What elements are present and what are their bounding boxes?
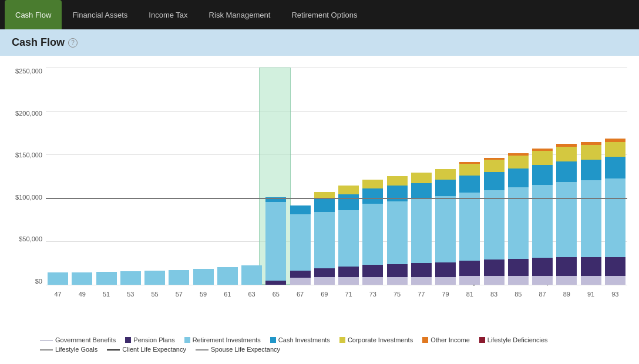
bar-segment-pension: [581, 257, 601, 277]
bar-group: [554, 144, 579, 285]
bar-segment-gov: [484, 276, 505, 285]
bar-segment-retInv: [72, 272, 92, 285]
bar-segment-cashInv: [459, 176, 480, 193]
y-label: $50,000: [19, 235, 42, 242]
x-label: 77: [409, 291, 433, 298]
x-label: 57: [167, 291, 191, 298]
legend-label: Government Benefits: [55, 336, 116, 343]
legend-swatch: [125, 337, 131, 343]
bar-group: [312, 192, 337, 285]
bar-segment-retInv: [605, 178, 625, 257]
bar-segment-pension: [387, 264, 408, 277]
bar-segment-retInv: [314, 212, 335, 268]
legend-swatch: [479, 337, 485, 343]
legend-swatch: [40, 340, 53, 341]
bar-segment-corpInv: [532, 151, 553, 165]
x-label: 53: [119, 291, 143, 298]
bar-segment-pension: [435, 262, 456, 277]
bar-segment-cashInv: [290, 205, 311, 214]
bar-group: [119, 271, 143, 285]
x-label: 49: [70, 291, 94, 298]
reference-line: [46, 198, 627, 199]
chart-container: $250,000$200,000$150,000$100,000$50,000$…: [0, 56, 639, 332]
x-label: 47: [46, 291, 70, 298]
bar-segment-corpInv: [411, 173, 432, 183]
bar-segment-retInv: [484, 190, 505, 259]
bar-segment-corpInv: [484, 160, 505, 172]
legend-swatch: [40, 349, 53, 350]
nav-tab-risk-management[interactable]: Risk Management: [199, 0, 281, 29]
bar-segment-retInv: [241, 265, 262, 285]
bar-segment-pension: [362, 265, 383, 277]
x-label: 83: [482, 291, 506, 298]
x-label: 59: [191, 291, 216, 298]
bar-segment-retInv: [411, 199, 432, 264]
legend-item: Spouse Life Expectancy: [196, 346, 280, 353]
bar-segment-retInv: [217, 267, 238, 285]
bar-group: [385, 176, 409, 285]
x-label: 85: [506, 291, 530, 298]
bar-group: [409, 173, 433, 285]
bar-segment-cashInv: [605, 157, 625, 178]
legend-swatch: [270, 337, 276, 343]
bar-segment-corpInv: [556, 147, 577, 161]
bar-segment-corpInv: [459, 164, 480, 175]
bar-segment-gov: [581, 276, 601, 285]
bar-segment-cashInv: [508, 168, 529, 188]
bar-segment-cashInv: [338, 194, 359, 210]
bar-group: [95, 272, 119, 285]
page-title: Cash Flow: [12, 36, 65, 49]
bar-group: [191, 269, 216, 285]
legend-label: Lifestyle Goals: [55, 346, 97, 353]
bar-group: [530, 149, 554, 285]
legend-item: Cash Investments: [270, 336, 330, 343]
bar-segment-corpInv: [387, 176, 408, 186]
bars-area: [46, 68, 627, 285]
bar-segment-gov: [411, 277, 432, 285]
legend-swatch: [184, 337, 190, 343]
x-label: 79: [433, 291, 458, 298]
bar-group: [361, 180, 385, 285]
bar-segment-gov: [387, 277, 408, 285]
nav-tab-income-tax[interactable]: Income Tax: [138, 0, 198, 29]
x-label: 61: [216, 291, 240, 298]
bar-segment-retInv: [338, 210, 359, 267]
x-label: 87: [530, 291, 554, 298]
bar-segment-pension: [290, 271, 311, 278]
bar-segment-cashInv: [532, 165, 553, 185]
bar-group: [288, 205, 312, 285]
legend-swatch: [107, 349, 120, 350]
legend-item: Lifestyle Goals: [40, 346, 97, 353]
y-label: $0: [35, 278, 42, 285]
bar-segment-gov: [362, 277, 383, 285]
y-label: $250,000: [15, 68, 42, 75]
bar-segment-retInv: [144, 271, 165, 285]
bar-group: [70, 272, 94, 285]
bar-segment-pension: [556, 257, 577, 277]
x-label: 55: [143, 291, 167, 298]
x-label: 51: [95, 291, 119, 298]
bar-segment-retInv: [581, 180, 601, 257]
bar-segment-pension: [605, 257, 625, 277]
bar-segment-cashInv: [362, 188, 383, 204]
x-label: 75: [385, 291, 409, 298]
bar-group: [433, 169, 458, 285]
bar-segment-corpInv: [508, 156, 529, 168]
bar-segment-retInv: [459, 193, 480, 260]
info-icon[interactable]: ?: [68, 38, 78, 48]
navigation-bar: Cash FlowFinancial AssetsIncome TaxRisk …: [0, 0, 639, 29]
nav-tab-cash-flow[interactable]: Cash Flow: [5, 0, 62, 29]
y-axis: $250,000$200,000$150,000$100,000$50,000$…: [6, 68, 46, 285]
legend-label: Spouse Life Expectancy: [211, 346, 280, 353]
legend-label: Other Income: [431, 336, 470, 343]
bar-segment-pension: [265, 281, 286, 285]
bar-segment-gov: [459, 276, 480, 285]
bar-segment-pension: [338, 267, 359, 277]
x-label: 63: [240, 291, 264, 298]
bar-group: [337, 186, 361, 285]
bar-segment-retInv: [387, 201, 408, 264]
nav-tab-retirement-options[interactable]: Retirement Options: [281, 0, 368, 29]
nav-tab-financial-assets[interactable]: Financial Assets: [62, 0, 138, 29]
bar-group: [603, 139, 627, 285]
bar-segment-gov: [314, 277, 335, 285]
